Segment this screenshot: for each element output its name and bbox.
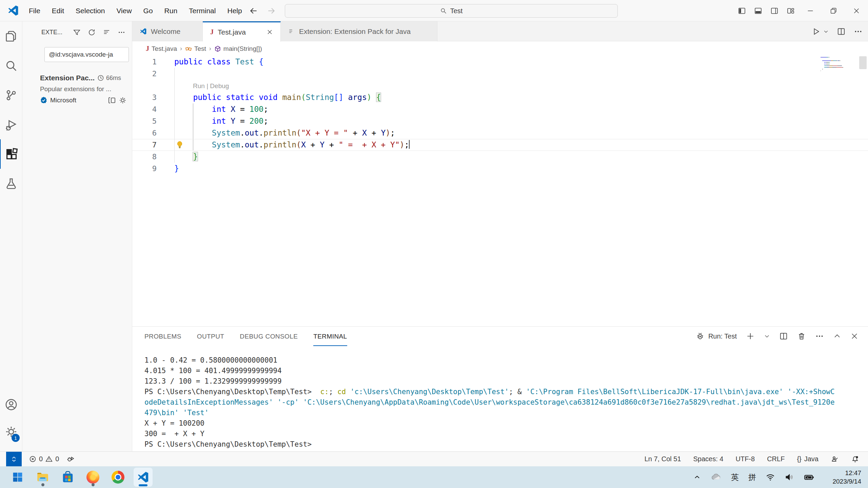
breadcrumb-method[interactable]: main(String[]) (214, 45, 262, 53)
code-line-9[interactable]: 9} (132, 163, 868, 175)
activity-search[interactable] (0, 51, 22, 80)
notifications-bell-icon[interactable] (851, 455, 859, 463)
microsoft-store-button[interactable] (58, 468, 77, 487)
cursor-position[interactable]: Ln 7, Col 51 (645, 455, 681, 463)
code-line-4[interactable]: 4 int X = 100; (132, 103, 868, 115)
toggle-panel-icon[interactable] (750, 0, 766, 21)
ime-pinyin-indicator[interactable]: 拼 (748, 472, 756, 483)
panel-tab-debug-console[interactable]: DEBUG CONSOLE (240, 327, 298, 346)
code-line-8[interactable]: 8 } (132, 151, 868, 163)
panel-more-icon[interactable] (815, 332, 824, 341)
codelens-run-debug[interactable]: Run | Debug (193, 80, 229, 92)
split-editor-icon[interactable] (837, 27, 846, 36)
activity-explorer[interactable] (0, 21, 22, 51)
extension-list-item[interactable]: Extension Pac... 66ms Popular extensions… (22, 72, 132, 110)
terminal-line: 123.3 / 100 = 1.2329999999999999 (144, 376, 868, 387)
scrollbar-slider[interactable] (859, 56, 867, 69)
terminal-content[interactable]: 1.0 - 0.42 = 0.58000000000000014.015 * 1… (132, 353, 868, 451)
account-icon[interactable] (0, 391, 22, 418)
chrome-button[interactable] (108, 468, 127, 487)
menu-item-view[interactable]: View (111, 7, 137, 15)
menu-item-run[interactable]: Run (159, 7, 183, 15)
customize-layout-icon[interactable] (783, 0, 799, 21)
indentation[interactable]: Spaces: 4 (693, 455, 724, 463)
panel-tab-terminal[interactable]: TERMINAL (313, 327, 347, 346)
code-editor[interactable]: 1public class Test {2Run | Debug3 public… (132, 56, 868, 326)
more-actions-icon[interactable] (118, 28, 125, 36)
activity-source-control[interactable] (0, 80, 22, 110)
code-line-1[interactable]: 1public class Test { (132, 56, 868, 68)
menu-item-selection[interactable]: Selection (70, 7, 111, 15)
refresh-icon[interactable] (88, 28, 96, 36)
editor-more-icon[interactable] (854, 27, 863, 36)
menu-item-help[interactable]: Help (221, 7, 248, 15)
maximize-panel-icon[interactable] (833, 332, 841, 340)
remote-indicator[interactable] (6, 452, 22, 466)
tab-welcome[interactable]: Welcome (132, 21, 203, 41)
activity-testing[interactable] (0, 169, 22, 198)
forward-icon[interactable] (267, 6, 276, 15)
chevron-right-icon: › (180, 45, 182, 52)
battery-icon[interactable] (804, 472, 814, 483)
firefox-button[interactable] (83, 468, 102, 487)
minimap[interactable] (821, 57, 844, 72)
activity-run-debug[interactable] (0, 110, 22, 139)
file-explorer-button[interactable] (33, 468, 52, 487)
encoding[interactable]: UTF-8 (735, 455, 755, 463)
terminal-run-label[interactable]: Run: Test (708, 332, 737, 340)
start-button[interactable] (8, 468, 27, 487)
close-window-button[interactable] (845, 0, 868, 21)
problems-status[interactable]: 0 0 (29, 455, 59, 463)
filter-icon[interactable] (73, 28, 81, 36)
breadcrumb-class[interactable]: Test (185, 45, 206, 53)
toggle-secondary-sidebar-icon[interactable] (766, 0, 783, 21)
terminal-dropdown-icon[interactable] (764, 333, 770, 339)
toggle-sidebar-icon[interactable] (734, 0, 750, 21)
code-line-6[interactable]: 6 System.out.println("X + Y = " + X + Y)… (132, 127, 868, 139)
menu-item-terminal[interactable]: Terminal (183, 7, 221, 15)
new-terminal-icon[interactable] (746, 332, 755, 341)
java-language-status-icon[interactable] (831, 455, 839, 463)
back-icon[interactable] (249, 6, 258, 15)
onedrive-cloud-icon[interactable] (711, 472, 722, 483)
minimize-button[interactable] (799, 0, 822, 21)
tray-chevron-up-icon[interactable] (693, 473, 701, 481)
volume-icon[interactable] (785, 472, 794, 482)
kill-terminal-icon[interactable] (797, 332, 806, 341)
ime-latin-indicator[interactable]: 英 (731, 472, 739, 483)
command-center-search[interactable]: Test (285, 4, 618, 18)
close-tab-icon[interactable] (267, 29, 273, 35)
code-line-7[interactable]: 7 System.out.println(X + Y + " = + X + Y… (132, 139, 868, 151)
activity-extensions[interactable] (0, 139, 22, 169)
taskbar-clock[interactable]: 12:47 2023/9/14 (824, 469, 861, 486)
code-line-5[interactable]: 5 int Y = 200; (132, 115, 868, 127)
code-line-3[interactable]: 3 public static void main(String[] args)… (132, 92, 868, 103)
clear-list-icon[interactable] (103, 28, 111, 36)
debug-status-icon[interactable] (66, 455, 75, 463)
open-side-by-side-icon[interactable] (108, 96, 116, 104)
eol-sequence[interactable]: CRLF (767, 455, 785, 463)
tab-test-java[interactable]: J Test.java (203, 21, 281, 42)
run-java-icon[interactable] (812, 27, 829, 36)
menu-item-edit[interactable]: Edit (46, 7, 70, 15)
settings-gear-icon[interactable]: 1 (0, 418, 22, 445)
editor-toolbar (812, 21, 863, 41)
language-mode[interactable]: {}Java (797, 455, 818, 463)
wifi-icon[interactable] (766, 472, 775, 482)
close-panel-icon[interactable] (850, 332, 859, 340)
settings-badge: 1 (12, 434, 20, 442)
panel-tab-problems[interactable]: PROBLEMS (144, 327, 181, 346)
menu-item-go[interactable]: Go (138, 7, 159, 15)
panel-tab-output[interactable]: OUTPUT (197, 327, 224, 346)
breadcrumb-file[interactable]: JTest.java (146, 45, 177, 53)
code-line-2[interactable]: 2 (132, 68, 868, 80)
extension-gear-icon[interactable] (119, 96, 127, 104)
restore-button[interactable] (822, 0, 845, 21)
menu-item-file[interactable]: File (23, 7, 46, 15)
codelens-row[interactable]: Run | Debug (132, 80, 868, 92)
extensions-search-input[interactable] (44, 47, 129, 62)
vscode-taskbar-button[interactable] (134, 468, 153, 487)
tab-extension-details[interactable]: Extension: Extension Pack for Java (281, 21, 437, 41)
lightbulb-icon[interactable] (176, 141, 184, 149)
split-terminal-icon[interactable] (779, 332, 788, 341)
